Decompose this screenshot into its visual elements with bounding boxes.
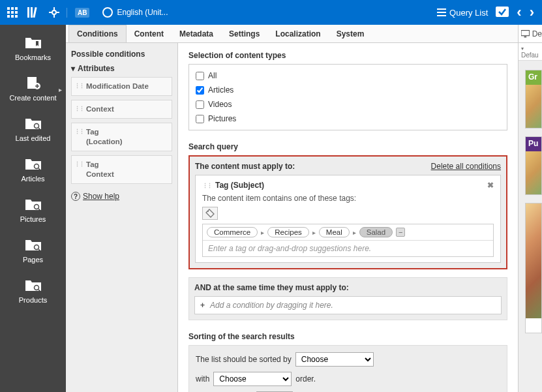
preview-thumb[interactable]: Gr (525, 70, 542, 128)
tab-conditions[interactable]: Conditions (68, 25, 127, 42)
chevron-right-icon: ▸ (59, 86, 62, 93)
sidebar-item-bookmarks[interactable]: Bookmarks (0, 29, 66, 69)
monitor-icon (521, 30, 530, 38)
thumb-image (526, 204, 541, 318)
cond-context[interactable]: ⋮⋮Context (71, 100, 172, 119)
thumb-image (526, 151, 541, 194)
tab-system[interactable]: System (329, 25, 372, 42)
language-selector[interactable]: English (Unit... (96, 7, 174, 18)
svg-rect-4 (11, 11, 14, 14)
tab-content[interactable]: Content (127, 25, 172, 42)
tabs: Conditions Content Metadata Settings Loc… (66, 25, 518, 43)
svg-rect-11 (33, 7, 37, 18)
lang-badge[interactable]: AB (67, 8, 96, 18)
crumb-commerce[interactable]: Commerce (207, 227, 258, 237)
sidebar-item-create-content[interactable]: Create content ▸ (0, 69, 66, 110)
sorting-title: Sorting of the search results (188, 332, 507, 341)
content-types-box: All Articles Videos Pictures (188, 64, 507, 130)
sidebar-item-label: Pictures (0, 215, 66, 223)
content-types-title: Selection of content types (188, 51, 507, 60)
crumb-meal[interactable]: Meal (319, 227, 350, 237)
cond-tag-location[interactable]: ⋮⋮Tag (Location) (71, 123, 172, 151)
cond-tag-context[interactable]: ⋮⋮Tag Context (71, 155, 172, 184)
checkbox[interactable] (196, 115, 204, 123)
sort-row2-post: order. (295, 374, 316, 384)
globe-icon (102, 7, 113, 18)
library-icon[interactable] (26, 5, 40, 20)
svg-rect-6 (7, 15, 10, 18)
condition-name: ⋮⋮Tag (Subject) (202, 181, 264, 190)
checkbox[interactable] (196, 86, 204, 95)
preview-thumb[interactable] (525, 203, 542, 333)
svg-rect-20 (496, 7, 509, 17)
checkbox[interactable] (196, 100, 204, 109)
preview-header[interactable]: De (519, 25, 542, 43)
search-query-block: The content must apply to: Delete all co… (188, 155, 507, 269)
next-arrow-icon[interactable]: › (530, 4, 534, 21)
crumb-recipes[interactable]: Recipes (267, 227, 309, 237)
preview-panel: De ▾ Defau Gr Pu (519, 25, 542, 392)
sidebar: Bookmarks Create content ▸ Last edited (0, 25, 66, 392)
ctype-all[interactable]: All (196, 68, 500, 83)
tab-metadata[interactable]: Metadata (172, 25, 221, 42)
tag-breadcrumb: Commerce ▸ Recipes ▸ Meal ▸ Salad − (203, 224, 493, 241)
remove-condition-icon[interactable]: ✖ (487, 181, 494, 190)
svg-rect-9 (27, 7, 29, 18)
sidebar-item-articles[interactable]: Articles (0, 150, 66, 190)
preview-subheader[interactable]: ▾ Defau (519, 43, 542, 61)
svg-rect-35 (524, 36, 527, 37)
and-block: AND at the same time they must apply to:… (188, 277, 507, 320)
tag-input-box: Commerce ▸ Recipes ▸ Meal ▸ Salad − Ente… (202, 224, 494, 257)
sort-order-select[interactable]: Choose (213, 372, 292, 386)
attributes-group[interactable]: ▾ Attributes (71, 64, 172, 73)
search-folder-icon (23, 115, 44, 132)
sidebar-item-last-edited[interactable]: Last edited (0, 110, 66, 150)
sort-row2-pre: with (196, 374, 209, 384)
svg-rect-17 (437, 8, 446, 10)
sidebar-item-pictures[interactable]: Pictures (0, 190, 66, 231)
show-help-link[interactable]: ?Show help (71, 192, 172, 201)
conditions-palette: Possible conditions ▾ Attributes ⋮⋮Modif… (66, 43, 178, 392)
tag-tool-button[interactable] (202, 207, 218, 220)
add-condition-dropzone[interactable]: + Add a condition by dragging it here. (194, 296, 502, 314)
triangle-down-icon: ▾ (71, 64, 75, 73)
language-label: English (Unit... (117, 8, 168, 17)
search-folder-icon (23, 155, 44, 172)
ctype-articles[interactable]: Articles (196, 83, 500, 97)
query-list-link[interactable]: Query List (437, 8, 488, 18)
sidebar-item-products[interactable]: Products (0, 271, 66, 312)
ctype-pictures[interactable]: Pictures (196, 112, 500, 126)
target-icon[interactable] (47, 5, 61, 20)
svg-rect-7 (11, 15, 14, 18)
sidebar-item-label: Last edited (0, 134, 66, 142)
ctype-videos[interactable]: Videos (196, 97, 500, 112)
search-folder-icon (23, 236, 44, 253)
prev-arrow-icon[interactable]: ‹ (517, 4, 521, 21)
svg-rect-5 (15, 11, 18, 14)
ab-icon: AB (75, 8, 89, 18)
palette-title: Possible conditions (71, 50, 172, 59)
sidebar-item-pages[interactable]: Pages (0, 231, 66, 271)
sidebar-item-label: Products (0, 296, 66, 304)
svg-rect-2 (15, 7, 18, 10)
crumb-salad[interactable]: Salad (359, 227, 393, 237)
thumb-image (526, 85, 541, 128)
tab-settings[interactable]: Settings (221, 25, 267, 42)
help-icon: ? (71, 192, 80, 201)
tag-input[interactable]: Enter a tag or drag-and-drop suggestions… (203, 241, 493, 256)
apps-icon[interactable] (5, 5, 20, 20)
remove-tag-icon[interactable]: − (396, 228, 405, 237)
sidebar-item-label: Articles (0, 175, 66, 183)
delete-all-conditions-link[interactable]: Delete all conditions (431, 162, 501, 171)
svg-rect-19 (437, 15, 446, 16)
svg-rect-18 (437, 12, 446, 13)
sort-by-select[interactable]: Choose (295, 352, 374, 367)
tab-localization[interactable]: Localization (267, 25, 328, 42)
sidebar-item-label: Pages (0, 256, 66, 264)
preview-thumb[interactable]: Pu (525, 136, 542, 195)
checkmark-icon[interactable] (496, 7, 509, 18)
svg-rect-34 (521, 30, 530, 35)
cond-modification-date[interactable]: ⋮⋮Modification Date (71, 77, 172, 96)
contains-label: The content item contains one of these t… (202, 194, 494, 203)
checkbox[interactable] (196, 72, 204, 80)
